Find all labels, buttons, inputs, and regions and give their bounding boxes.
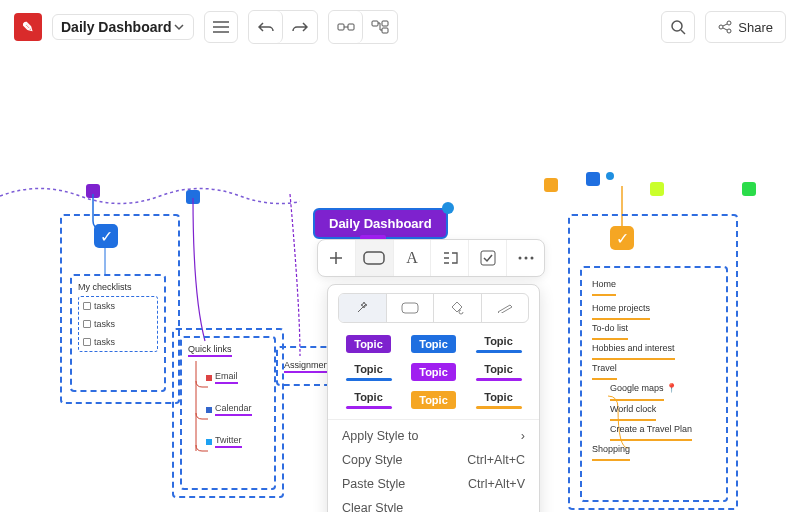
style-preset[interactable]: Topic	[340, 391, 397, 409]
style-preset[interactable]: Topic	[340, 335, 397, 353]
search-button[interactable]	[661, 11, 695, 43]
checklist-inner[interactable]: My checklists tasks tasks tasks	[70, 274, 166, 392]
search-icon	[670, 19, 686, 35]
style-grid: Topic Topic Topic Topic Topic Topic Topi…	[328, 331, 539, 419]
svg-point-8	[727, 29, 731, 33]
quick-links-header: Quick links	[188, 344, 268, 357]
redo-button[interactable]	[283, 11, 317, 43]
travel-sub-item[interactable]: Create a Travel Plan	[610, 421, 716, 441]
calendar-icon	[206, 407, 212, 413]
mindmap-canvas[interactable]: Daily Dashboard ✓ My checklists tasks ta…	[0, 46, 800, 512]
checklist-header: My checklists	[78, 282, 158, 292]
tab-line[interactable]	[482, 294, 529, 322]
checkbox-icon	[83, 320, 91, 328]
svg-point-12	[524, 257, 527, 260]
insert-sibling-icon	[371, 20, 389, 34]
svg-point-5	[672, 21, 682, 31]
home-node[interactable]: ✓	[610, 226, 634, 250]
fill-icon	[450, 301, 464, 315]
link-item[interactable]: Calendar	[206, 402, 252, 417]
text-style-button[interactable]: A	[394, 240, 432, 276]
wave-node[interactable]	[650, 182, 664, 196]
style-preset[interactable]: Topic	[470, 335, 527, 353]
checklist-items: tasks tasks tasks	[78, 296, 158, 352]
tab-magic[interactable]	[339, 294, 387, 322]
add-topic-button[interactable]	[318, 240, 356, 276]
check-icon	[480, 250, 496, 266]
home-item[interactable]: Travel	[592, 360, 716, 380]
svg-rect-4	[382, 28, 388, 33]
style-preset[interactable]: Topic	[470, 363, 527, 381]
style-preset[interactable]: Topic	[340, 363, 397, 381]
style-preset[interactable]: Topic	[405, 391, 462, 409]
wave-node[interactable]	[544, 178, 558, 192]
twitter-icon	[206, 439, 212, 445]
style-preset[interactable]: Topic	[405, 335, 462, 353]
menu-apply-style[interactable]: Apply Style to›	[328, 424, 539, 448]
insert-child-button[interactable]	[329, 11, 363, 43]
text-icon: A	[406, 249, 418, 267]
app-logo: ✎	[14, 13, 42, 41]
svg-point-6	[727, 21, 731, 25]
menu-button[interactable]	[204, 11, 238, 43]
svg-rect-3	[382, 21, 388, 26]
svg-point-13	[530, 257, 533, 260]
undo-button[interactable]	[249, 11, 283, 43]
home-item[interactable]: To-do list	[592, 320, 716, 340]
style-panel: Topic Topic Topic Topic Topic Topic Topi…	[327, 284, 540, 512]
email-icon	[206, 375, 212, 381]
wave-node-badge	[606, 172, 614, 180]
map-pin-icon: 📍	[666, 383, 677, 393]
shape-icon	[401, 302, 419, 314]
travel-sub-item[interactable]: Google maps 📍	[610, 380, 716, 400]
quick-links-inner[interactable]: Quick links Email Calendar Twitter	[180, 336, 276, 490]
wave-node[interactable]	[742, 182, 756, 196]
tab-fill[interactable]	[434, 294, 482, 322]
travel-sub-item[interactable]: World clock	[610, 401, 716, 421]
shape-button[interactable]	[356, 240, 394, 276]
menu-clear-style[interactable]: Clear Style	[328, 496, 539, 512]
home-item[interactable]: Hobbies and interest	[592, 340, 716, 360]
share-button[interactable]: Share	[705, 11, 786, 43]
home-item[interactable]: Home projects	[592, 300, 716, 320]
svg-rect-0	[338, 24, 344, 30]
hamburger-icon	[213, 21, 229, 33]
checklist-item[interactable]: tasks	[83, 336, 153, 348]
link-item[interactable]: Twitter	[206, 434, 242, 449]
document-title-dropdown[interactable]: Daily Dashboard	[52, 14, 194, 40]
chevron-right-icon: ›	[521, 429, 525, 443]
share-icon	[718, 20, 732, 34]
undo-icon	[258, 21, 274, 33]
menu-copy-style[interactable]: Copy StyleCtrl+Alt+C	[328, 448, 539, 472]
plus-icon	[328, 250, 344, 266]
style-preset[interactable]: Topic	[405, 363, 462, 381]
chevron-down-icon	[173, 21, 185, 33]
style-tabs	[338, 293, 529, 323]
task-button[interactable]	[469, 240, 507, 276]
insert-child-icon	[337, 21, 355, 33]
link-item[interactable]: Email	[206, 370, 238, 385]
undo-redo-group	[248, 10, 318, 44]
structure-button[interactable]	[431, 240, 469, 276]
home-inner[interactable]: Home Home projects To-do list Hobbies an…	[580, 266, 728, 502]
wave-node[interactable]	[186, 190, 200, 204]
svg-rect-1	[348, 24, 354, 30]
checklist-item[interactable]: tasks	[83, 300, 153, 312]
tab-shape[interactable]	[387, 294, 435, 322]
wave-node[interactable]	[586, 172, 600, 186]
style-preset[interactable]: Topic	[470, 391, 527, 409]
checklist-node[interactable]: ✓	[94, 224, 118, 248]
rect-icon	[363, 251, 385, 265]
home-header: Home	[592, 276, 716, 296]
wave-node[interactable]	[86, 184, 100, 198]
checklist-item[interactable]: tasks	[83, 318, 153, 330]
insert-sibling-button[interactable]	[363, 11, 397, 43]
home-item[interactable]: Shopping	[592, 441, 716, 461]
more-button[interactable]	[507, 240, 544, 276]
checkbox-icon	[83, 302, 91, 310]
menu-paste-style[interactable]: Paste StyleCtrl+Alt+V	[328, 472, 539, 496]
svg-rect-14	[402, 303, 418, 313]
redo-icon	[292, 21, 308, 33]
svg-point-11	[518, 257, 521, 260]
svg-rect-9	[364, 252, 384, 264]
